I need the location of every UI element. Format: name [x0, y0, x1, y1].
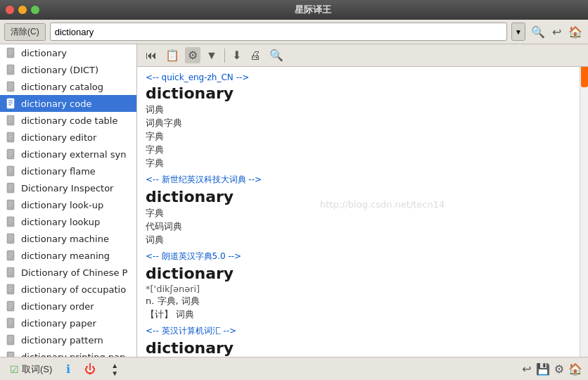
minimize-button[interactable]: [18, 6, 27, 14]
maximize-button[interactable]: [31, 6, 39, 14]
scrollbar-track[interactable]: [580, 44, 588, 357]
svg-rect-48: [7, 251, 14, 260]
clear-button[interactable]: 清除(C): [4, 23, 46, 41]
list-icon: [6, 284, 17, 295]
list-icon: [6, 199, 17, 210]
dict-source-1: <-- 新世纪英汉科技大词典 -->: [146, 174, 571, 186]
sidebar: dictionary dictionary (DICT) dictionary …: [0, 44, 137, 357]
sidebar-item-dictionary-dict[interactable]: dictionary (DICT): [0, 61, 136, 78]
check-icon: ☑: [10, 364, 19, 375]
sidebar-item-label: dictionary (DICT): [21, 65, 98, 75]
sidebar-item-label: dictionary code: [21, 99, 91, 109]
lookup-label: 取词(S): [22, 363, 52, 376]
settings-icon[interactable]: ⚙: [554, 362, 564, 376]
download-button[interactable]: ⬇: [229, 47, 244, 63]
sidebar-item-label: dictionary flame: [21, 166, 96, 177]
svg-rect-0: [7, 48, 14, 58]
sidebar-item-label: dictionary catalog: [21, 82, 103, 92]
dict-phonetic-2: *['dikʃənəri]: [146, 284, 571, 294]
sidebar-item-dictionary[interactable]: dictionary: [0, 44, 136, 61]
list-icon: [6, 267, 17, 278]
sidebar-item-dictionary-paper[interactable]: dictionary paper: [0, 315, 136, 331]
dict-line-2-0: n. 字典, 词典: [146, 295, 571, 308]
search-input[interactable]: [50, 23, 507, 41]
save-icon[interactable]: 💾: [536, 362, 550, 376]
sidebar-item-dictionary-meaning[interactable]: dictionary meaning: [0, 247, 136, 264]
svg-rect-12: [7, 99, 14, 108]
sidebar-item-dictionary-machine[interactable]: dictionary machine: [0, 230, 136, 247]
dict-source-0: <-- quick_eng-zh_CN -->: [146, 72, 571, 82]
content-toolbar: ⏮ 📋 ⚙ ▼ ⬇ 🖨 🔍: [137, 44, 588, 67]
content-panel: http://blog.csdn.net/tecn14 <-- quick_en…: [137, 44, 580, 357]
magnify-button[interactable]: 🔍: [267, 47, 286, 63]
sidebar-item-dictionary-catalog[interactable]: dictionary catalog: [0, 78, 136, 95]
bottom-right-icons: ↩ 💾 ⚙ 🏠: [522, 362, 582, 376]
settings-button[interactable]: ⚙: [185, 47, 200, 63]
dict-source-3: <-- 英汉计算机词汇 -->: [146, 325, 571, 337]
list-icon: [6, 165, 17, 177]
dict-line-1-0: 字典: [146, 207, 571, 220]
sidebar-item-dictionary-lookup[interactable]: dictionary lookup: [0, 213, 136, 230]
copy-button[interactable]: 📋: [162, 47, 182, 63]
svg-rect-32: [7, 183, 14, 193]
power-button[interactable]: ⏻: [80, 362, 100, 377]
toolbar: 清除(C) ▼ 🔍 ↩ 🏠: [0, 20, 588, 44]
search-button[interactable]: 🔍: [530, 24, 547, 40]
sidebar-item-dictionary-pattern[interactable]: dictionary pattern: [0, 331, 136, 348]
dict-headword-1: dictionary: [146, 188, 571, 205]
sidebar-item-label: dictionary look-up: [21, 200, 103, 210]
sidebar-item-label: dictionary editor: [21, 132, 96, 143]
svg-rect-68: [7, 335, 14, 345]
sidebar-item-dictionary-inspector[interactable]: Dictionary Inspector: [0, 179, 136, 196]
list-icon: [6, 351, 17, 357]
sidebar-item-dictionary-code[interactable]: dictionary code: [0, 95, 136, 112]
svg-rect-28: [7, 166, 14, 176]
home-icon[interactable]: 🏠: [568, 362, 582, 376]
svg-rect-56: [7, 284, 14, 294]
list-icon: [6, 132, 17, 143]
list-icon: [6, 300, 17, 312]
list-icon: [6, 115, 17, 126]
back-icon[interactable]: ↩: [522, 362, 531, 376]
close-button[interactable]: [6, 6, 14, 14]
sidebar-item-dictionary-editor[interactable]: dictionary editor: [0, 129, 136, 146]
sidebar-item-label: dictionary meaning: [21, 251, 110, 261]
sidebar-item-label: dictionary paper: [21, 318, 96, 329]
lookup-toggle[interactable]: ☑ 取词(S): [6, 362, 56, 377]
sidebar-item-dictionary-of-occupatio[interactable]: dictionary of occupatio: [0, 281, 136, 298]
dropdown-button[interactable]: ▼: [511, 23, 525, 41]
nav-up-button[interactable]: ▲: [108, 362, 121, 369]
dict-line-1-1: 代码词典: [146, 220, 571, 233]
sidebar-item-dictionary-printing-pap[interactable]: dictionary printing pap: [0, 348, 136, 357]
back-button[interactable]: ↩: [551, 24, 563, 40]
list-icon: [6, 182, 17, 194]
dict-line-0-1: 词典字典: [146, 117, 571, 129]
sidebar-item-dictionary-order[interactable]: dictionary order: [0, 298, 136, 315]
list-icon: [6, 233, 17, 244]
nav-buttons: ▲ ▼: [108, 362, 121, 377]
sidebar-item-label: dictionary pattern: [21, 335, 103, 346]
sidebar-item-dictionary-of-chinese-p[interactable]: Dictionary of Chinese P: [0, 264, 136, 281]
info-icon: ℹ: [66, 362, 70, 376]
dict-source-2: <-- 朗道英汉字典5.0 -->: [146, 251, 571, 262]
first-button[interactable]: ⏮: [143, 48, 160, 63]
sidebar-item-label: dictionary: [21, 48, 67, 58]
sidebar-item-label: Dictionary of Chinese P: [21, 267, 127, 278]
info-button[interactable]: ℹ: [62, 361, 75, 377]
home-button[interactable]: 🏠: [567, 24, 584, 40]
list-icon: [6, 317, 17, 329]
svg-rect-24: [7, 149, 14, 159]
sidebar-item-dictionary-flame[interactable]: dictionary flame: [0, 163, 136, 179]
svg-rect-4: [7, 65, 14, 75]
sidebar-item-label: dictionary lookup: [21, 217, 100, 227]
nav-down-button[interactable]: ▼: [108, 369, 121, 377]
titlebar: 星际译王: [0, 0, 588, 20]
sidebar-item-dictionary-look-up[interactable]: dictionary look-up: [0, 196, 136, 213]
sidebar-item-dictionary-code-table[interactable]: dictionary code table: [0, 112, 136, 129]
list-icon: [6, 334, 17, 346]
sidebar-item-dictionary-external-syn[interactable]: dictionary external syn: [0, 146, 136, 163]
settings-dropdown[interactable]: ▼: [203, 48, 220, 63]
dict-line-0-4: 字典: [146, 157, 571, 170]
print-button[interactable]: 🖨: [247, 48, 264, 63]
list-icon: [6, 47, 17, 58]
